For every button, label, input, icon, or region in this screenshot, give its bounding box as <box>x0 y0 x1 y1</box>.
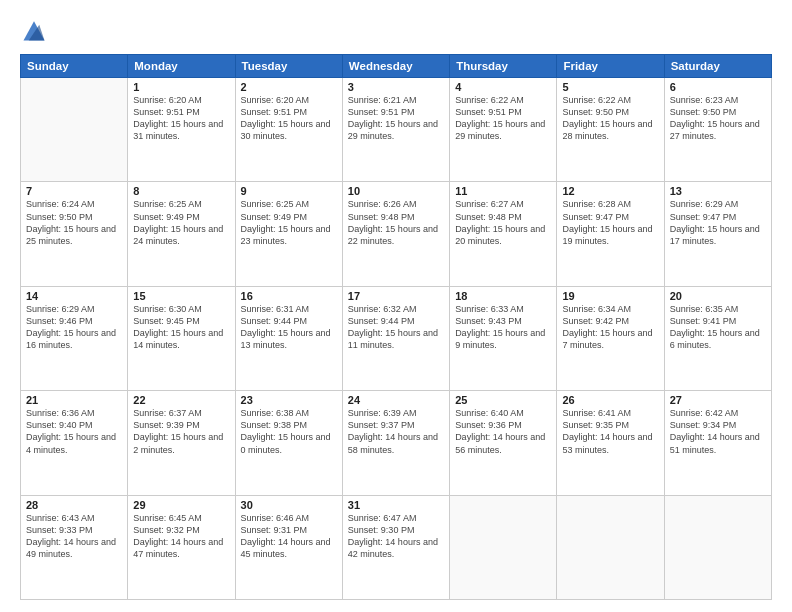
page: SundayMondayTuesdayWednesdayThursdayFrid… <box>0 0 792 612</box>
calendar-cell: 29Sunrise: 6:45 AMSunset: 9:32 PMDayligh… <box>128 495 235 599</box>
calendar-cell: 11Sunrise: 6:27 AMSunset: 9:48 PMDayligh… <box>450 182 557 286</box>
calendar-cell: 22Sunrise: 6:37 AMSunset: 9:39 PMDayligh… <box>128 391 235 495</box>
cell-day-number: 3 <box>348 81 444 93</box>
cell-day-number: 17 <box>348 290 444 302</box>
calendar-week-row: 1Sunrise: 6:20 AMSunset: 9:51 PMDaylight… <box>21 78 772 182</box>
cell-day-number: 9 <box>241 185 337 197</box>
calendar-cell: 2Sunrise: 6:20 AMSunset: 9:51 PMDaylight… <box>235 78 342 182</box>
calendar-cell: 25Sunrise: 6:40 AMSunset: 9:36 PMDayligh… <box>450 391 557 495</box>
calendar-cell: 28Sunrise: 6:43 AMSunset: 9:33 PMDayligh… <box>21 495 128 599</box>
cell-day-number: 13 <box>670 185 766 197</box>
calendar-cell <box>557 495 664 599</box>
cell-info: Sunrise: 6:45 AMSunset: 9:32 PMDaylight:… <box>133 512 229 561</box>
calendar-cell: 5Sunrise: 6:22 AMSunset: 9:50 PMDaylight… <box>557 78 664 182</box>
cell-day-number: 5 <box>562 81 658 93</box>
header <box>20 16 772 44</box>
weekday-header: Thursday <box>450 55 557 78</box>
calendar-cell: 1Sunrise: 6:20 AMSunset: 9:51 PMDaylight… <box>128 78 235 182</box>
cell-info: Sunrise: 6:20 AMSunset: 9:51 PMDaylight:… <box>241 94 337 143</box>
calendar-cell: 31Sunrise: 6:47 AMSunset: 9:30 PMDayligh… <box>342 495 449 599</box>
weekday-header: Sunday <box>21 55 128 78</box>
calendar-cell <box>450 495 557 599</box>
cell-info: Sunrise: 6:40 AMSunset: 9:36 PMDaylight:… <box>455 407 551 456</box>
calendar-cell: 4Sunrise: 6:22 AMSunset: 9:51 PMDaylight… <box>450 78 557 182</box>
cell-day-number: 2 <box>241 81 337 93</box>
cell-info: Sunrise: 6:43 AMSunset: 9:33 PMDaylight:… <box>26 512 122 561</box>
cell-day-number: 1 <box>133 81 229 93</box>
cell-day-number: 28 <box>26 499 122 511</box>
cell-info: Sunrise: 6:30 AMSunset: 9:45 PMDaylight:… <box>133 303 229 352</box>
calendar-cell: 27Sunrise: 6:42 AMSunset: 9:34 PMDayligh… <box>664 391 771 495</box>
cell-day-number: 24 <box>348 394 444 406</box>
cell-day-number: 31 <box>348 499 444 511</box>
weekday-header: Tuesday <box>235 55 342 78</box>
cell-day-number: 18 <box>455 290 551 302</box>
calendar-week-row: 14Sunrise: 6:29 AMSunset: 9:46 PMDayligh… <box>21 286 772 390</box>
calendar-cell: 20Sunrise: 6:35 AMSunset: 9:41 PMDayligh… <box>664 286 771 390</box>
cell-day-number: 27 <box>670 394 766 406</box>
cell-info: Sunrise: 6:41 AMSunset: 9:35 PMDaylight:… <box>562 407 658 456</box>
calendar-cell: 18Sunrise: 6:33 AMSunset: 9:43 PMDayligh… <box>450 286 557 390</box>
calendar-cell: 12Sunrise: 6:28 AMSunset: 9:47 PMDayligh… <box>557 182 664 286</box>
cell-info: Sunrise: 6:26 AMSunset: 9:48 PMDaylight:… <box>348 198 444 247</box>
calendar-cell: 9Sunrise: 6:25 AMSunset: 9:49 PMDaylight… <box>235 182 342 286</box>
logo <box>20 16 54 44</box>
weekday-header: Saturday <box>664 55 771 78</box>
cell-day-number: 21 <box>26 394 122 406</box>
cell-info: Sunrise: 6:46 AMSunset: 9:31 PMDaylight:… <box>241 512 337 561</box>
cell-info: Sunrise: 6:22 AMSunset: 9:50 PMDaylight:… <box>562 94 658 143</box>
cell-day-number: 16 <box>241 290 337 302</box>
cell-info: Sunrise: 6:29 AMSunset: 9:47 PMDaylight:… <box>670 198 766 247</box>
cell-info: Sunrise: 6:27 AMSunset: 9:48 PMDaylight:… <box>455 198 551 247</box>
cell-info: Sunrise: 6:35 AMSunset: 9:41 PMDaylight:… <box>670 303 766 352</box>
weekday-header: Monday <box>128 55 235 78</box>
cell-day-number: 19 <box>562 290 658 302</box>
calendar-cell: 8Sunrise: 6:25 AMSunset: 9:49 PMDaylight… <box>128 182 235 286</box>
calendar-cell: 15Sunrise: 6:30 AMSunset: 9:45 PMDayligh… <box>128 286 235 390</box>
cell-info: Sunrise: 6:28 AMSunset: 9:47 PMDaylight:… <box>562 198 658 247</box>
calendar-cell: 16Sunrise: 6:31 AMSunset: 9:44 PMDayligh… <box>235 286 342 390</box>
cell-info: Sunrise: 6:25 AMSunset: 9:49 PMDaylight:… <box>241 198 337 247</box>
calendar-week-row: 28Sunrise: 6:43 AMSunset: 9:33 PMDayligh… <box>21 495 772 599</box>
cell-day-number: 30 <box>241 499 337 511</box>
cell-day-number: 6 <box>670 81 766 93</box>
calendar-cell: 7Sunrise: 6:24 AMSunset: 9:50 PMDaylight… <box>21 182 128 286</box>
cell-day-number: 20 <box>670 290 766 302</box>
cell-day-number: 7 <box>26 185 122 197</box>
cell-info: Sunrise: 6:42 AMSunset: 9:34 PMDaylight:… <box>670 407 766 456</box>
calendar-week-row: 7Sunrise: 6:24 AMSunset: 9:50 PMDaylight… <box>21 182 772 286</box>
cell-day-number: 4 <box>455 81 551 93</box>
calendar-cell: 23Sunrise: 6:38 AMSunset: 9:38 PMDayligh… <box>235 391 342 495</box>
cell-info: Sunrise: 6:39 AMSunset: 9:37 PMDaylight:… <box>348 407 444 456</box>
calendar-cell: 13Sunrise: 6:29 AMSunset: 9:47 PMDayligh… <box>664 182 771 286</box>
cell-day-number: 10 <box>348 185 444 197</box>
weekday-header: Wednesday <box>342 55 449 78</box>
cell-info: Sunrise: 6:29 AMSunset: 9:46 PMDaylight:… <box>26 303 122 352</box>
cell-day-number: 14 <box>26 290 122 302</box>
calendar-cell <box>21 78 128 182</box>
cell-info: Sunrise: 6:47 AMSunset: 9:30 PMDaylight:… <box>348 512 444 561</box>
cell-day-number: 22 <box>133 394 229 406</box>
cell-day-number: 23 <box>241 394 337 406</box>
cell-info: Sunrise: 6:32 AMSunset: 9:44 PMDaylight:… <box>348 303 444 352</box>
calendar-cell: 26Sunrise: 6:41 AMSunset: 9:35 PMDayligh… <box>557 391 664 495</box>
cell-day-number: 26 <box>562 394 658 406</box>
calendar-cell: 30Sunrise: 6:46 AMSunset: 9:31 PMDayligh… <box>235 495 342 599</box>
calendar-cell: 19Sunrise: 6:34 AMSunset: 9:42 PMDayligh… <box>557 286 664 390</box>
cell-info: Sunrise: 6:24 AMSunset: 9:50 PMDaylight:… <box>26 198 122 247</box>
calendar-cell: 6Sunrise: 6:23 AMSunset: 9:50 PMDaylight… <box>664 78 771 182</box>
calendar-cell: 17Sunrise: 6:32 AMSunset: 9:44 PMDayligh… <box>342 286 449 390</box>
logo-icon <box>20 16 48 44</box>
calendar-cell: 14Sunrise: 6:29 AMSunset: 9:46 PMDayligh… <box>21 286 128 390</box>
cell-info: Sunrise: 6:34 AMSunset: 9:42 PMDaylight:… <box>562 303 658 352</box>
cell-info: Sunrise: 6:38 AMSunset: 9:38 PMDaylight:… <box>241 407 337 456</box>
cell-day-number: 15 <box>133 290 229 302</box>
calendar-table: SundayMondayTuesdayWednesdayThursdayFrid… <box>20 54 772 600</box>
cell-day-number: 25 <box>455 394 551 406</box>
cell-info: Sunrise: 6:33 AMSunset: 9:43 PMDaylight:… <box>455 303 551 352</box>
cell-info: Sunrise: 6:31 AMSunset: 9:44 PMDaylight:… <box>241 303 337 352</box>
calendar-week-row: 21Sunrise: 6:36 AMSunset: 9:40 PMDayligh… <box>21 391 772 495</box>
calendar-cell: 21Sunrise: 6:36 AMSunset: 9:40 PMDayligh… <box>21 391 128 495</box>
calendar-cell <box>664 495 771 599</box>
cell-info: Sunrise: 6:22 AMSunset: 9:51 PMDaylight:… <box>455 94 551 143</box>
